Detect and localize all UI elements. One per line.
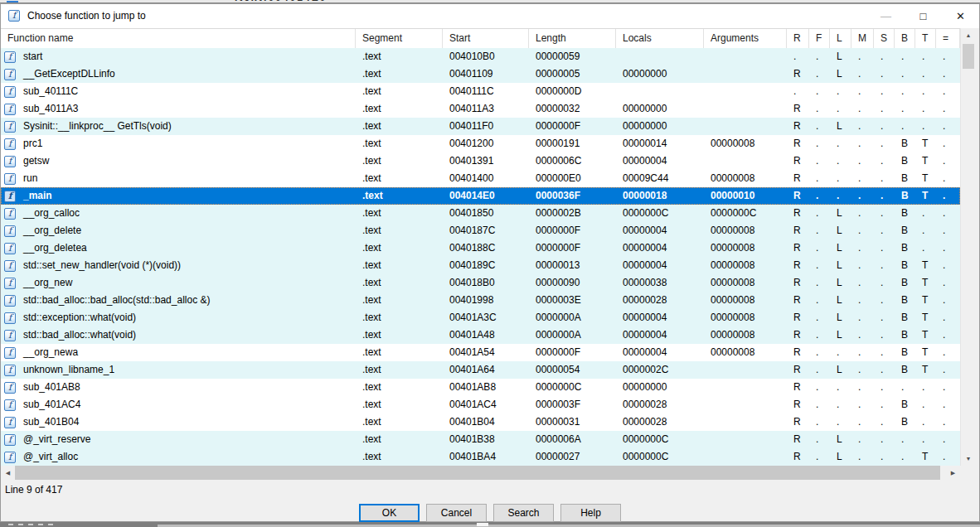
help-button[interactable]: Help bbox=[560, 504, 621, 522]
table-row[interactable]: f__org_new.text004018B000000090000000380… bbox=[1, 274, 960, 292]
table-row[interactable]: f__org_deletea.text0040188C0000000F00000… bbox=[1, 239, 960, 257]
function-icon: f bbox=[4, 347, 16, 359]
column-header-length[interactable]: Length bbox=[529, 29, 616, 48]
cell-length: 00000191 bbox=[529, 135, 616, 152]
cell-flag-t: . bbox=[915, 83, 936, 100]
scroll-right-icon[interactable]: ▶ bbox=[946, 466, 960, 480]
table-row[interactable]: f@_virt_reserve.text00401B380000006A0000… bbox=[1, 431, 960, 448]
cell-flag-s: . bbox=[874, 100, 895, 118]
cell-flag-eq: . bbox=[936, 309, 960, 326]
table-row[interactable]: fsub_4011A3.text004011A30000003200000000… bbox=[1, 100, 960, 118]
cell-arguments bbox=[704, 83, 787, 100]
cell-flag-l: L bbox=[830, 292, 851, 309]
table-row[interactable]: fstd::exception::what(void).text00401A3C… bbox=[1, 309, 960, 326]
cell-start: 00401AC4 bbox=[443, 396, 529, 413]
column-header-flag-r[interactable]: R bbox=[787, 29, 809, 48]
table-row[interactable]: fstd::set_new_handler(void (*)(void)).te… bbox=[1, 257, 960, 274]
horizontal-scrollbar-thumb[interactable] bbox=[15, 466, 940, 480]
cell-length: 00000032 bbox=[529, 100, 616, 118]
table-row[interactable]: fprc1.text004012000000019100000014000000… bbox=[1, 135, 960, 152]
cell-flag-l: L bbox=[830, 65, 851, 83]
search-button[interactable]: Search bbox=[493, 504, 554, 522]
maximize-button[interactable]: □ bbox=[905, 4, 942, 27]
cell-flag-m: . bbox=[851, 292, 874, 309]
cell-flag-b: B bbox=[895, 326, 915, 344]
cell-flag-eq: . bbox=[936, 118, 960, 135]
function-icon: f bbox=[4, 69, 16, 80]
cell-flag-t: . bbox=[915, 100, 936, 118]
table-row[interactable]: fsub_40111C.text0040111C0000000D........ bbox=[1, 83, 960, 100]
function-name-label: sub_4011A3 bbox=[23, 100, 79, 118]
cell-flag-eq: . bbox=[936, 257, 960, 274]
window-controls: — □ ✕ bbox=[867, 4, 979, 27]
column-header-flag-l[interactable]: L bbox=[830, 29, 851, 48]
cell-flag-l: L bbox=[830, 205, 851, 222]
table-row[interactable]: frun.text00401400000000E000009C440000000… bbox=[1, 170, 960, 187]
column-header-flag-eq[interactable]: = bbox=[936, 29, 960, 48]
table-row[interactable]: f__GetExceptDLLinfo.text0040110900000005… bbox=[1, 65, 960, 83]
table-row[interactable]: funknown_libname_1.text00401A64000000540… bbox=[1, 361, 960, 379]
table-row[interactable]: fgetsw.text004013910000006C00000004R....… bbox=[1, 152, 960, 170]
cell-flag-l: L bbox=[830, 274, 851, 292]
cell-locals: 0000000C bbox=[616, 448, 704, 466]
close-button[interactable]: ✕ bbox=[942, 4, 979, 27]
column-header-locals[interactable]: Locals bbox=[616, 29, 704, 48]
cell-arguments: 00000010 bbox=[704, 187, 787, 205]
table-row[interactable]: f_main.text004014E00000036F0000001800000… bbox=[1, 187, 960, 205]
ok-button[interactable]: OK bbox=[359, 504, 420, 522]
cell-flag-t: T bbox=[915, 187, 936, 205]
cell-flag-eq: . bbox=[936, 239, 960, 257]
table-row[interactable]: f__org_newa.text00401A540000000F00000004… bbox=[1, 344, 960, 361]
function-icon: f bbox=[4, 138, 16, 150]
cell-flag-s: . bbox=[874, 396, 895, 413]
cell-flag-eq: . bbox=[936, 431, 960, 448]
cell-flag-eq: . bbox=[936, 396, 960, 413]
table-row[interactable]: fstart.text004010B000000059..L..... bbox=[1, 48, 960, 65]
cell-flag-r: R bbox=[787, 170, 809, 187]
table-row[interactable]: fsub_401AB8.text00401AB80000000C00000000… bbox=[1, 379, 960, 396]
table-row[interactable]: fstd::bad_alloc::what(void).text00401A48… bbox=[1, 326, 960, 344]
column-header-flag-t[interactable]: T bbox=[915, 29, 936, 48]
horizontal-scrollbar-track[interactable] bbox=[940, 466, 946, 480]
scroll-left-icon[interactable]: ◀ bbox=[1, 466, 15, 480]
column-header-function-name[interactable]: Function name bbox=[1, 29, 356, 48]
cell-flag-s: . bbox=[874, 274, 895, 292]
table-row[interactable]: f__org_delete.text0040187C0000000F000000… bbox=[1, 222, 960, 239]
cell-start: 004014E0 bbox=[443, 187, 529, 205]
function-name-label: @_virt_reserve bbox=[23, 431, 91, 448]
cell-flag-b: B bbox=[895, 187, 915, 205]
cell-length: 00000090 bbox=[529, 274, 616, 292]
cancel-button[interactable]: Cancel bbox=[426, 504, 487, 522]
cell-flag-f: . bbox=[809, 118, 830, 135]
column-header-flag-s[interactable]: S bbox=[874, 29, 895, 48]
table-row[interactable]: f@_virt_alloc.text00401BA400000027000000… bbox=[1, 448, 960, 466]
vertical-scrollbar[interactable]: ▲ ▼ bbox=[960, 28, 976, 466]
column-header-arguments[interactable]: Arguments bbox=[704, 29, 787, 48]
cell-length: 000000E0 bbox=[529, 170, 616, 187]
cell-flag-b: . bbox=[895, 118, 915, 135]
status-bar: Line 9 of 417 bbox=[1, 482, 62, 497]
cell-function-name: fSysinit::__linkproc__ GetTls(void) bbox=[1, 118, 356, 135]
column-header-segment[interactable]: Segment bbox=[356, 29, 443, 48]
table-row[interactable]: fSysinit::__linkproc__ GetTls(void).text… bbox=[1, 118, 960, 135]
table-row[interactable]: f__org_calloc.text004018500000002B000000… bbox=[1, 205, 960, 222]
function-icon: f bbox=[4, 399, 16, 411]
table-row[interactable]: fsub_401AC4.text00401AC40000003F00000028… bbox=[1, 396, 960, 413]
table-row[interactable]: fstd::bad_alloc::bad_alloc(std::bad_allo… bbox=[1, 292, 960, 309]
vertical-scrollbar-thumb[interactable] bbox=[963, 44, 974, 69]
table-row[interactable]: fsub_401B04.text00401B040000003100000028… bbox=[1, 413, 960, 431]
column-header-flag-m[interactable]: M bbox=[851, 29, 874, 48]
cell-function-name: fsub_401B04 bbox=[1, 413, 356, 431]
column-header-start[interactable]: Start bbox=[443, 29, 529, 48]
scroll-up-icon[interactable]: ▲ bbox=[961, 28, 976, 42]
minimize-button[interactable]: — bbox=[867, 4, 905, 27]
cell-flag-m: . bbox=[851, 152, 874, 170]
cell-flag-r: R bbox=[787, 100, 809, 118]
cell-flag-b: B bbox=[895, 274, 915, 292]
cell-flag-f: . bbox=[809, 326, 830, 344]
column-header-flag-f[interactable]: F bbox=[809, 29, 830, 48]
column-header-flag-b[interactable]: B bbox=[895, 29, 915, 48]
horizontal-scrollbar[interactable]: ◀ ▶ bbox=[1, 466, 960, 480]
scroll-down-icon[interactable]: ▼ bbox=[961, 452, 976, 466]
cell-length: 0000000F bbox=[529, 239, 616, 257]
